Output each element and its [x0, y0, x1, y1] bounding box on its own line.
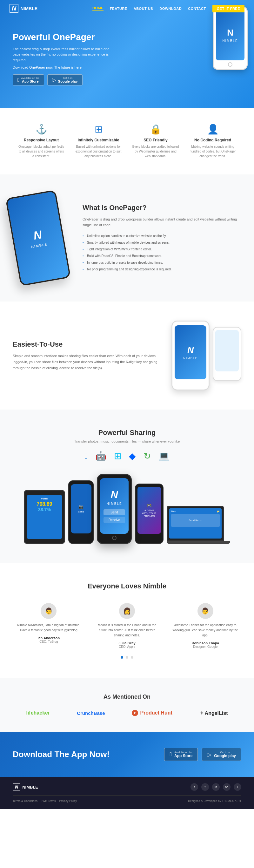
easiest-phone1-screen: N NIMBLE	[174, 326, 207, 379]
facebook-icon[interactable]: f	[191, 783, 198, 791]
testimonials-title: Everyone Loves Nimble	[13, 582, 241, 590]
feature-no-coding-desc: Making website sounds writing hundred of…	[189, 144, 236, 159]
hero-title: Powerful OnePager	[13, 32, 118, 42]
sharing-icons:  🤖 ⊞ ◆ ↻ 💻	[13, 451, 241, 461]
ph-icon: P	[132, 710, 138, 716]
footer-credit: Designed & Developed by THEMEXPERT	[188, 799, 241, 803]
device-tablet: Portal 768.89 38.7%	[24, 490, 65, 544]
nav-home[interactable]: HOME	[92, 6, 103, 11]
feature-customizable-title: Infinitely Customizable	[74, 138, 122, 142]
feature-customizable-desc: Based with unlimited options for exponen…	[74, 144, 122, 159]
dot-2[interactable]	[126, 656, 128, 659]
what-is-section: N NIMBLE What Is OnePager? OnePager is d…	[0, 175, 254, 302]
apple-download-icon: 	[169, 751, 172, 758]
footer-logo-icon: N	[13, 783, 20, 790]
device-laptop-base	[167, 541, 230, 544]
feature-customizable: ⊞ Infinitely Customizable Based with unl…	[70, 124, 127, 159]
testimonial-name-2: Julia Gray	[94, 641, 160, 645]
nimble-logo-icon: N	[9, 4, 19, 13]
what-is-content: What Is OnePager? OnePager is drag and d…	[83, 204, 241, 273]
lock-icon: 🔒	[132, 124, 180, 135]
download-google-play-text: Get it on Google play	[214, 751, 236, 758]
sharing-section: Powerful Sharing Transfer photos, music,…	[0, 409, 254, 563]
mentioned-section: As Mentioned On lifehacker CrunchBase P …	[0, 678, 254, 732]
crunchbase-logo: CrunchBase	[77, 710, 105, 716]
testimonial-avatar-3: 👨	[197, 603, 213, 619]
plus-icon[interactable]: +	[234, 783, 241, 791]
navbar: N NIMBLE HOME FEATURE ABOUT US DOWNLOAD …	[0, 0, 254, 17]
testimonial-item-2: 👩 Means it is stored in the Phone and in…	[91, 603, 163, 648]
navbar-links: HOME FEATURE ABOUT US DOWNLOAD CONTACT G…	[92, 5, 245, 12]
download-google-play-button[interactable]: ▷ Get it on Google play	[201, 748, 241, 761]
device-laptop-screen-inner: Files📁 Send file →	[169, 508, 222, 538]
what-is-list-item: Innumerous build-in presets to save deve…	[83, 259, 241, 266]
testimonial-avatar-2: 👩	[119, 603, 135, 619]
feature-seo-desc: Every blocks are crafted followed by Web…	[132, 144, 180, 159]
testimonials-section: Everyone Loves Nimble 👨 Nimble No-braine…	[0, 563, 254, 678]
app-store-button[interactable]:  Available on the App Store	[13, 74, 44, 86]
easiest-phones: N NIMBLE	[171, 320, 241, 391]
hero-buttons:  Available on the App Store ▷ Get it on…	[13, 74, 118, 86]
footer-fwb-link[interactable]: FWB Terms	[41, 799, 56, 803]
anchor-icon: ⚓	[18, 124, 65, 135]
device-phone-left: 📷 Send	[68, 480, 94, 544]
phone-brand-text: NIMBLE	[222, 39, 238, 42]
footer-privacy-link[interactable]: Privacy Policy	[59, 799, 77, 803]
windows-sharing-icon: ⊞	[114, 451, 121, 461]
device-laptop: Files📁 Send file →	[167, 506, 230, 544]
features-section: ⚓ Responsive Layout Onepager blocks adap…	[0, 108, 254, 175]
lifehacker-label: lifehacker	[26, 710, 50, 715]
what-is-list-item: Smartly tailored with heaps of mobile de…	[83, 239, 241, 246]
behance-icon[interactable]: be	[223, 783, 230, 791]
phone-home-button	[228, 62, 232, 67]
nav-contact[interactable]: CONTACT	[188, 7, 206, 10]
android-download-icon: ▷	[207, 751, 212, 758]
footer-links: Terms & Conditions FWB Terms Privacy Pol…	[13, 799, 80, 803]
easiest-phone1: N NIMBLE	[171, 320, 210, 391]
sharing-title: Powerful Sharing	[13, 429, 241, 437]
hero-link[interactable]: Download OnePager now. The future is her…	[13, 65, 118, 69]
google-play-button[interactable]: ▷ Get it on Google play	[47, 74, 83, 86]
testimonial-item-3: 👨 Awesome Thanks for the application eas…	[169, 603, 241, 648]
testimonial-text-3: Awesome Thanks for the application easy …	[172, 623, 238, 638]
devices-showcase: Portal 768.89 38.7% 📷 Send N NIMBLE Send	[13, 474, 241, 544]
nav-feature[interactable]: FEATURE	[110, 7, 127, 10]
what-is-phone-image: N NIMBLE	[5, 190, 71, 286]
easiest-desc: Simple and smooth interface makes sharin…	[13, 353, 159, 371]
angellist-label: AngelList	[205, 710, 228, 716]
producthunt-label: Product Hunt	[140, 710, 172, 716]
dot-active[interactable]	[121, 656, 123, 659]
feature-no-coding-title: No Coding Required	[189, 138, 236, 142]
device-laptop-screen: Files📁 Send file →	[167, 506, 224, 541]
mentioned-title: As Mentioned On	[13, 693, 241, 700]
angellist-logo: ✦ AngelList	[199, 710, 228, 716]
testimonial-role-2: CEO, Apple	[94, 645, 160, 648]
feature-responsive-title: Responsive Layout	[18, 138, 65, 142]
easiest-content: Easiest-To-Use Simple and smooth interfa…	[13, 340, 159, 371]
device-phone-center-screen: N NIMBLE Send Receive	[100, 478, 129, 534]
producthunt-logo: P Product Hunt	[132, 710, 172, 716]
dot-3[interactable]	[131, 656, 133, 659]
feature-responsive-desc: Onepager blocks adapt perfectly to all d…	[18, 144, 65, 159]
what-is-list-item: Unlimited option handles to customize we…	[83, 232, 241, 239]
lifehacker-logo: lifehacker	[26, 710, 50, 716]
sharing-subtitle: Transfer photos, music, documents, files…	[13, 439, 241, 443]
app-store-text: Available on the App Store	[21, 76, 39, 83]
device-tablet-screen: Portal 768.89 38.7%	[27, 495, 62, 539]
what-is-title: What Is OnePager?	[83, 204, 241, 212]
device-phone-game: 🎮 A GAME WITH YOUR FRIENDS	[135, 484, 163, 544]
nav-download[interactable]: DOWNLOAD	[159, 7, 182, 10]
what-is-desc: OnePager is drag and drop wordpress buil…	[83, 216, 241, 228]
nav-cta-button[interactable]: GET IT FREE	[213, 5, 245, 12]
google-play-text: Get it on Google play	[58, 76, 78, 83]
nav-about[interactable]: ABOUT US	[134, 7, 153, 10]
android-icon: ▷	[52, 77, 56, 83]
what-is-list: Unlimited option handles to customize we…	[83, 232, 241, 273]
download-app-store-button[interactable]:  Available on the App Store	[164, 748, 198, 761]
footer-terms-link[interactable]: Terms & Conditions	[13, 799, 37, 803]
what-is-list-item: No prior programming and designing exper…	[83, 266, 241, 273]
navbar-logo[interactable]: N NIMBLE	[9, 4, 37, 13]
linkedin-icon[interactable]: in	[212, 783, 220, 791]
footer-brand: NIMBLE	[22, 785, 38, 789]
twitter-icon[interactable]: t	[201, 783, 209, 791]
